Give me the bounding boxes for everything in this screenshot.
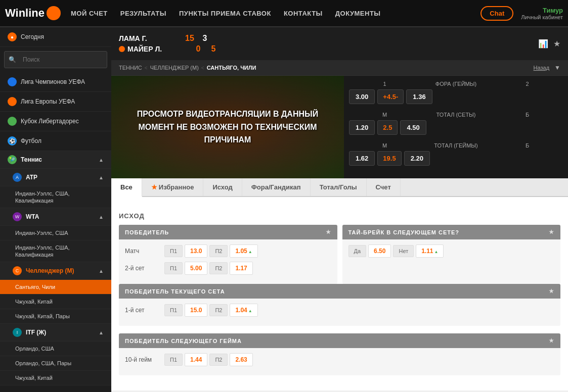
odds-fora-btn1[interactable]: 3.00 <box>349 89 375 104</box>
current-set-header: ПОБЕДИТЕЛЬ ТЕКУЩЕГО СЕТА ★ <box>119 284 560 299</box>
stats-icon[interactable]: 📊 <box>538 39 548 48</box>
video-odds-section: ПРОСМОТР ВИДЕОТРАНСЛЯЦИИ В ДАННЫЙ МОМЕНТ… <box>111 76 568 178</box>
tab-total[interactable]: Тотал/Голы <box>311 178 367 196</box>
odds-games-btn1[interactable]: 1.62 <box>349 151 375 166</box>
sidebar-item-tennis[interactable]: 🎾 Теннис ▲ <box>0 151 111 169</box>
favorite-icon[interactable]: ★ <box>553 39 560 48</box>
sidebar-item-zhuhai-itf[interactable]: Чжухай, Китай <box>0 371 111 385</box>
team2-game: 5 <box>208 44 219 54</box>
team1-row: ЛАМА Г. 15 3 <box>119 34 528 43</box>
atp-arrow-icon: ▲ <box>99 175 104 180</box>
tab-handicap[interactable]: Фора/Гандикап <box>242 178 311 196</box>
nav-results[interactable]: РЕЗУЛЬТАТЫ <box>120 10 166 17</box>
1st-set-p1-label[interactable]: П1 <box>164 304 183 316</box>
bet-two-col: ПОБЕДИТЕЛЬ ★ Матч П1 13.0 П2 1.05 <box>119 225 560 284</box>
sidebar-item-kubek[interactable]: Кубок Либертадорес <box>0 112 111 131</box>
match-p1-val[interactable]: 13.0 <box>185 244 207 258</box>
tennis-label: Теннис <box>21 156 42 163</box>
pobeditel-body: Матч П1 13.0 П2 1.05 2-й сет <box>119 239 337 284</box>
sidebar-item-itf[interactable]: I ITF (Ж) ▲ <box>0 324 111 341</box>
10th-game-p2-label[interactable]: П2 <box>209 354 228 366</box>
tiebreak-no-val[interactable]: 1.11 <box>416 244 444 258</box>
match-p2-label[interactable]: П2 <box>209 245 228 257</box>
team2-indicator: МАЙЕР Л. <box>119 45 188 53</box>
1st-set-p2-val[interactable]: 1.04 <box>230 304 257 317</box>
1st-set-p1-val[interactable]: 15.0 <box>185 304 207 317</box>
nav-contacts[interactable]: КОНТАКТЫ <box>284 10 323 17</box>
odds-games-btn2[interactable]: 19.5 <box>377 151 401 166</box>
current-set-star-icon[interactable]: ★ <box>549 288 554 295</box>
chat-button[interactable]: Chat <box>480 6 513 21</box>
tiebreak-yes-label[interactable]: Да <box>348 245 367 257</box>
pobeditel-star-icon[interactable]: ★ <box>326 229 331 235</box>
sidebar-item-santiago[interactable]: Сантьяго, Чили <box>0 280 111 295</box>
logo: Winline <box>5 6 61 20</box>
2nd-set-p2-label[interactable]: П2 <box>209 262 228 274</box>
personal-cabinet-link[interactable]: Личный кабинет <box>521 14 563 20</box>
atp-label: ATP <box>26 174 37 181</box>
bet-content: ИСХОД ПОБЕДИТЕЛЬ ★ Матч П1 <box>111 197 568 390</box>
tab-favorites[interactable]: ★Избранное <box>142 178 204 196</box>
sidebar-item-liga-europe[interactable]: Лига Европы УЕФА <box>0 92 111 112</box>
back-button[interactable]: Назад <box>534 65 550 71</box>
sidebar-item-orlando[interactable]: Орландо, США <box>0 341 111 356</box>
odds-sets-label: ТОТАЛ (СЕТЫ) <box>420 112 492 118</box>
expand-icon[interactable]: ▼ <box>554 64 560 71</box>
tab-all[interactable]: Все <box>111 178 142 197</box>
odds-fora-buttons: 3.00 +4.5- 1.36 <box>349 89 563 104</box>
tab-outcome[interactable]: Исход <box>203 178 242 196</box>
2nd-set-p2-val[interactable]: 1.17 <box>230 262 252 275</box>
tiebreak-yes-val[interactable]: 6.50 <box>368 244 391 258</box>
odds-sets-btn3[interactable]: 4.50 <box>400 120 426 135</box>
sidebar-item-today[interactable]: ● Сегодня <box>0 27 111 47</box>
10th-game-p1-label[interactable]: П1 <box>164 354 183 366</box>
sidebar-item-football[interactable]: ⚽ Футбол <box>0 131 111 151</box>
odds-sets-btn2[interactable]: 2.5 <box>377 120 398 135</box>
zhuhai-pairs-label: Чжухай, Китай, Пары <box>15 313 70 319</box>
sidebar-item-indian-wells-wta[interactable]: Индиан-Уэллс, США <box>0 226 111 240</box>
1st-set-label: 1-й сет <box>125 307 160 314</box>
2nd-set-p1-val[interactable]: 5.00 <box>185 262 207 275</box>
tiebreak-star-icon[interactable]: ★ <box>549 229 554 235</box>
sidebar-item-indian-wells-qual[interactable]: Индиан-Уэллс, США, Квалификация <box>0 186 111 208</box>
1st-set-btn-group: П1 15.0 П2 1.04 <box>164 304 258 317</box>
odds-fora-btn3[interactable]: 1.36 <box>406 89 432 104</box>
atp-icon: A <box>13 173 22 182</box>
sidebar-item-indian-wells-wta-qual[interactable]: Индиан-Уэллс, США, Квалификация <box>0 240 111 262</box>
sidebar-item-atp[interactable]: A ATP ▲ <box>0 169 111 186</box>
bet-row-2nd-set: 2-й сет П1 5.00 П2 1.17 <box>125 262 331 275</box>
search-input[interactable] <box>19 54 103 66</box>
tab-score[interactable]: Счет <box>367 178 401 196</box>
sidebar-item-challenger[interactable]: C Челленджер (М) ▲ <box>0 262 111 280</box>
breadcrumb-sep2: < <box>201 65 204 71</box>
nav-documents[interactable]: ДОКУМЕНТЫ <box>335 10 381 17</box>
sidebar-item-liga-champions[interactable]: Лига Чемпионов УЕФА <box>0 72 111 92</box>
sidebar-item-wta[interactable]: W WTA ▲ <box>0 208 111 226</box>
2nd-set-btn-group: П1 5.00 П2 1.17 <box>164 262 253 275</box>
nav-bet-points[interactable]: ПУНКТЫ ПРИЕМА СТАВОК <box>179 10 271 17</box>
sidebar-item-zhuhai-pairs[interactable]: Чжухай, Китай, Пары <box>0 309 111 324</box>
odds-sets-btn1[interactable]: 1.20 <box>349 120 375 135</box>
next-game-star-icon[interactable]: ★ <box>549 337 554 344</box>
nav-my-account[interactable]: МОЙ СЧЕТ <box>71 10 108 17</box>
odds-total-games-row: М ТОТАЛ (ГЕЙМЫ) Б 1.62 19.5 2.20 <box>349 142 563 166</box>
odds-games-btn3[interactable]: 2.20 <box>404 151 430 166</box>
sidebar-item-zhuhai[interactable]: Чжухай, Китай <box>0 295 111 309</box>
match-p2-val[interactable]: 1.05 <box>230 244 257 258</box>
liga-champions-label: Лига Чемпионов УЕФА <box>21 78 85 85</box>
10th-game-p1-val[interactable]: 1.44 <box>185 353 207 366</box>
10th-game-p2-val[interactable]: 2.63 <box>230 353 252 366</box>
breadcrumb-challenger[interactable]: ЧЕЛЛЕНДЖЕР (М) <box>150 65 199 71</box>
2nd-set-p1-label[interactable]: П1 <box>164 262 183 274</box>
tiebreak-body: Да 6.50 Нет 1.11 <box>342 239 561 267</box>
sidebar-item-orlando-pairs[interactable]: Орландо, США, Пары <box>0 356 111 371</box>
logo-circle <box>47 6 61 20</box>
breadcrumb-tennis[interactable]: ТЕННИС <box>119 65 142 71</box>
odds-fora-btn2[interactable]: +4.5- <box>377 89 404 104</box>
tiebreak-no-label[interactable]: Нет <box>393 245 414 257</box>
odds-fora-1: 1 <box>349 81 420 87</box>
match-label: Матч <box>125 248 160 255</box>
user-section: Тимур Личный кабинет <box>521 7 563 20</box>
1st-set-p2-label[interactable]: П2 <box>209 304 228 316</box>
match-p1-label[interactable]: П1 <box>164 245 183 257</box>
